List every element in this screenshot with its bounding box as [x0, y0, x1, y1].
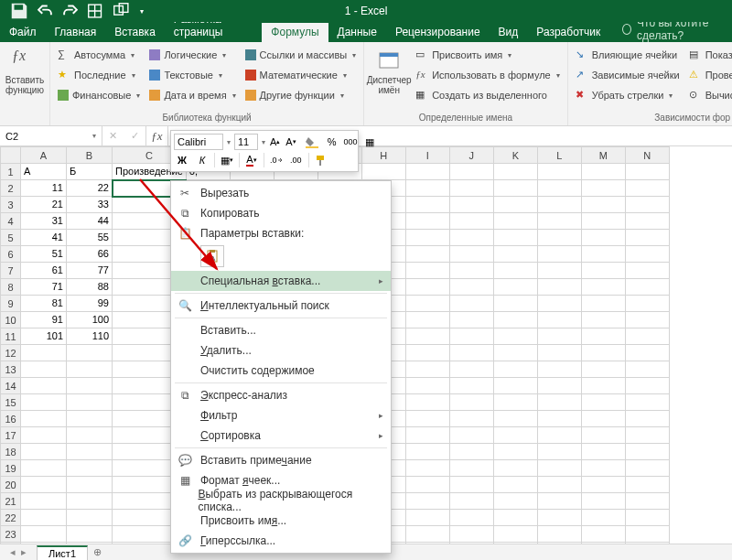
row-header[interactable]: 5 [1, 230, 21, 246]
cell[interactable] [449, 394, 493, 411]
cell[interactable] [21, 510, 67, 526]
cell[interactable] [493, 460, 537, 477]
cell[interactable]: 91 [21, 312, 67, 328]
percent-icon[interactable]: % [327, 134, 338, 150]
cell[interactable] [537, 164, 581, 180]
cell[interactable] [449, 263, 493, 279]
math-button[interactable]: Математические [242, 66, 361, 84]
cell[interactable] [405, 361, 449, 378]
cell[interactable] [581, 361, 625, 378]
menu-insert[interactable]: Вставить... [171, 320, 391, 340]
cell[interactable] [537, 246, 581, 263]
cell[interactable] [581, 296, 625, 312]
row-header[interactable]: 21 [1, 493, 21, 510]
cell[interactable] [405, 197, 449, 213]
col-header[interactable]: L [537, 147, 581, 164]
col-header[interactable]: K [493, 147, 537, 164]
cell[interactable] [405, 460, 449, 477]
cell[interactable] [581, 510, 625, 526]
cell[interactable] [537, 361, 581, 378]
row-header[interactable]: 20 [1, 477, 21, 493]
cell[interactable] [625, 427, 669, 444]
cell[interactable] [625, 477, 669, 493]
trace-precedents-button[interactable]: ↘Влияющие ячейки [572, 46, 684, 64]
menu-paste-special[interactable]: Специальная вставка... [171, 271, 391, 291]
cell[interactable] [405, 477, 449, 493]
cell[interactable] [67, 444, 113, 460]
cell[interactable] [405, 279, 449, 296]
cell[interactable] [625, 493, 669, 510]
col-header[interactable]: A [21, 147, 67, 164]
tab-formulas[interactable]: Формулы [262, 23, 328, 42]
cell[interactable] [625, 460, 669, 477]
cell[interactable] [581, 279, 625, 296]
cell[interactable] [67, 427, 113, 444]
trace-dependents-button[interactable]: ↗Зависимые ячейки [572, 66, 684, 84]
cell[interactable] [581, 345, 625, 361]
cell[interactable] [449, 345, 493, 361]
cell[interactable] [581, 180, 625, 197]
decrease-decimal-icon[interactable]: .0 [268, 152, 285, 168]
tab-data[interactable]: Данные [328, 23, 386, 42]
cell[interactable] [537, 493, 581, 510]
tab-file[interactable]: Файл [0, 23, 46, 42]
cell[interactable] [625, 213, 669, 230]
add-sheet-button[interactable]: ⊕ [88, 544, 106, 561]
cell[interactable] [405, 180, 449, 197]
italic-button[interactable]: К [194, 152, 210, 168]
col-header[interactable]: B [67, 147, 113, 164]
row-header[interactable]: 6 [1, 246, 21, 263]
cell[interactable] [21, 444, 67, 460]
cell[interactable] [537, 279, 581, 296]
decrease-font-icon[interactable]: A▾ [285, 134, 296, 150]
cell[interactable]: 101 [21, 328, 67, 345]
cell[interactable] [449, 230, 493, 246]
insert-function-button[interactable]: ƒx Вставить функцию [4, 44, 46, 121]
menu-copy[interactable]: ⧉Копировать [171, 203, 391, 223]
cell[interactable] [449, 328, 493, 345]
cell[interactable] [449, 312, 493, 328]
cell[interactable] [361, 164, 405, 180]
cell[interactable] [67, 411, 113, 427]
cell[interactable] [449, 246, 493, 263]
row-header[interactable]: 9 [1, 296, 21, 312]
qat-customize-icon[interactable]: ▾ [135, 1, 148, 21]
cell[interactable] [21, 411, 67, 427]
fx-button[interactable]: ƒx [146, 126, 168, 145]
row-header[interactable]: 10 [1, 312, 21, 328]
cell[interactable] [493, 328, 537, 345]
cell[interactable]: 22 [67, 180, 113, 197]
cell[interactable] [493, 493, 537, 510]
cell[interactable] [581, 477, 625, 493]
evaluate-formula-button[interactable]: ⊙Вычислить форму [685, 86, 732, 104]
autosum-button[interactable]: ∑Автосумма [54, 46, 144, 64]
show-formulas-button[interactable]: ▤Показать формулы [685, 46, 732, 64]
cell[interactable] [537, 312, 581, 328]
merge-icon[interactable]: ▦ [364, 134, 375, 150]
cell[interactable] [581, 213, 625, 230]
cell[interactable] [449, 180, 493, 197]
cell[interactable] [537, 328, 581, 345]
save-icon[interactable] [7, 1, 31, 21]
cell[interactable] [625, 328, 669, 345]
cell[interactable] [537, 411, 581, 427]
cell[interactable] [625, 197, 669, 213]
tab-home[interactable]: Главная [46, 23, 106, 42]
error-check-button[interactable]: ⚠Проверка наличия о [685, 66, 732, 84]
cell[interactable] [625, 378, 669, 394]
row-header[interactable]: 12 [1, 345, 21, 361]
cell[interactable] [21, 427, 67, 444]
borders-icon[interactable]: ▦▾ [219, 152, 235, 168]
cell[interactable] [537, 230, 581, 246]
cell[interactable] [21, 460, 67, 477]
cell[interactable] [449, 477, 493, 493]
cell[interactable] [21, 378, 67, 394]
cell[interactable] [581, 230, 625, 246]
financial-button[interactable]: Финансовые [54, 86, 144, 104]
cell[interactable] [493, 510, 537, 526]
cell[interactable] [449, 460, 493, 477]
menu-filter[interactable]: Фильтр [171, 405, 391, 425]
menu-insert-comment[interactable]: 💬Вставить примечание [171, 450, 391, 470]
menu-smart-lookup[interactable]: 🔍Интеллектуальный поиск [171, 296, 391, 316]
cell[interactable] [537, 263, 581, 279]
